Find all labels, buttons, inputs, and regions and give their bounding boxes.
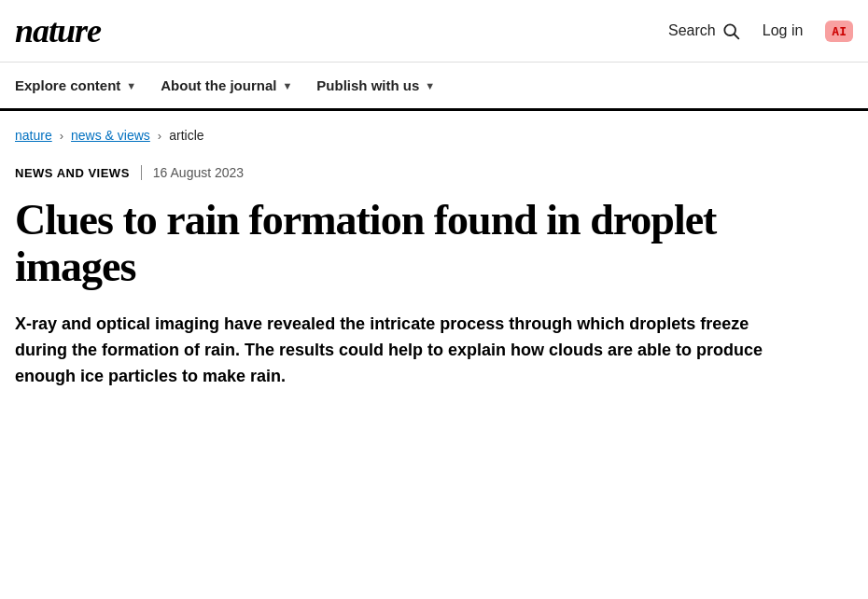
nav-publish[interactable]: Publish with us ▼ (316, 63, 452, 108)
meta-divider (141, 165, 142, 180)
chevron-down-icon: ▼ (126, 80, 136, 91)
nav-explore-content[interactable]: Explore content ▼ (15, 63, 153, 108)
breadcrumb-separator-2: › (158, 129, 161, 143)
main-nav: Explore content ▼ About the journal ▼ Pu… (0, 63, 868, 111)
search-icon (721, 21, 740, 40)
nav-publish-label: Publish with us (316, 77, 419, 93)
breadcrumb-separator-1: › (60, 129, 63, 143)
header-left: nature (15, 11, 101, 50)
search-label: Search (668, 22, 716, 39)
nav-about-label: About the journal (161, 77, 276, 93)
article-category: NEWS AND VIEWS (15, 166, 130, 180)
svg-line-1 (735, 35, 739, 39)
nav-explore-label: Explore content (15, 77, 120, 93)
login-button[interactable]: Log in (763, 22, 804, 39)
article-date: 16 August 2023 (153, 165, 244, 180)
header-right: Search Log in AI (668, 21, 853, 42)
nav-about-journal[interactable]: About the journal ▼ (161, 63, 309, 108)
chevron-down-icon: ▼ (282, 80, 292, 91)
chevron-down-icon: ▼ (425, 80, 435, 91)
site-header: nature Search Log in AI (0, 0, 868, 63)
article-subtitle: X-ray and optical imaging have revealed … (15, 312, 780, 390)
ai-badge: AI (825, 21, 853, 42)
search-button[interactable]: Search (668, 21, 740, 40)
breadcrumb-nature[interactable]: nature (15, 128, 52, 143)
article-title: Clues to rain formation found in droplet… (15, 197, 788, 289)
breadcrumb-current: article (169, 128, 203, 143)
site-logo[interactable]: nature (15, 11, 101, 50)
article: NEWS AND VIEWS 16 August 2023 Clues to r… (0, 150, 803, 412)
article-meta: NEWS AND VIEWS 16 August 2023 (15, 165, 788, 180)
breadcrumb: nature › news & views › article (0, 111, 868, 150)
breadcrumb-news-views[interactable]: news & views (71, 128, 150, 143)
